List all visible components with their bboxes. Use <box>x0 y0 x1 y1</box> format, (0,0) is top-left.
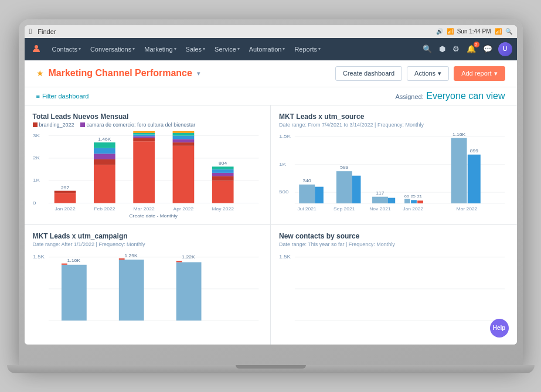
svg-point-0 <box>35 45 38 49</box>
favorite-star-icon[interactable]: ★ <box>36 69 44 78</box>
chat-icon[interactable]: 💬 <box>482 43 494 54</box>
svg-text:899: 899 <box>470 148 478 153</box>
svg-text:3K: 3K <box>33 132 40 138</box>
legend-item-branding: branding_2022 <box>33 122 74 128</box>
svg-rect-64 <box>404 199 410 203</box>
svg-text:May 2022: May 2022 <box>212 207 234 212</box>
hubspot-logo <box>29 42 43 56</box>
svg-rect-26 <box>133 131 155 132</box>
svg-text:Nov 2021: Nov 2021 <box>369 207 391 212</box>
svg-text:Feb 2022: Feb 2022 <box>94 207 115 212</box>
svg-rect-37 <box>212 180 233 203</box>
chart4-title: New contacts by source <box>279 232 509 240</box>
create-dashboard-button[interactable]: Create dashboard <box>335 66 402 81</box>
page-header: ★ Marketing Channel Performance ▾ Create… <box>25 60 517 87</box>
chart1-area: 3K 2K 1K 0 Count of contacts <box>33 130 263 220</box>
svg-rect-25 <box>133 132 155 134</box>
svg-rect-84 <box>118 258 124 260</box>
chevron-down-icon: ▾ <box>318 46 321 52</box>
legend-item-camara: camara de comercio: foro cultura del bie… <box>80 122 196 128</box>
svg-rect-56 <box>336 171 352 203</box>
chevron-down-icon: ▾ <box>237 46 240 52</box>
nav-automation[interactable]: Automation ▾ <box>245 43 290 55</box>
svg-rect-34 <box>172 131 194 132</box>
nav-reports[interactable]: Reports ▾ <box>290 43 325 55</box>
svg-text:297: 297 <box>60 185 69 190</box>
nav-marketing[interactable]: Marketing ▾ <box>140 43 180 55</box>
svg-text:Jan 2022: Jan 2022 <box>55 207 75 212</box>
chart1-legend: branding_2022 camara de comercio: foro c… <box>33 122 263 128</box>
svg-text:Mar 2022: Mar 2022 <box>133 207 154 212</box>
svg-rect-23 <box>133 136 155 138</box>
volume-icon: 🔊 <box>436 28 443 35</box>
chart4-area: 1.5K <box>279 251 509 340</box>
hs-navbar: Contacts ▾ Conversations ▾ Marketing ▾ S… <box>25 38 517 60</box>
svg-rect-17 <box>93 148 115 154</box>
svg-rect-41 <box>212 166 233 169</box>
user-avatar[interactable]: U <box>498 42 512 56</box>
notifications-icon[interactable]: 🔔 2 <box>465 43 477 54</box>
svg-text:1.5K: 1.5K <box>279 134 291 139</box>
bluetooth-icon: 📶 <box>447 28 454 35</box>
search-nav-icon[interactable]: 🔍 <box>421 43 433 54</box>
bar-may-2022: 804 May 2022 <box>212 161 234 212</box>
chart3-svg: 1.5K 1.16K 1.29K <box>33 251 263 340</box>
svg-rect-33 <box>172 132 194 135</box>
nav-conversations[interactable]: Conversations ▾ <box>86 43 139 55</box>
nav-sales[interactable]: Sales ▾ <box>182 43 210 55</box>
wifi-icon: 📶 <box>495 28 502 35</box>
svg-rect-38 <box>212 176 233 180</box>
svg-text:Mar 2022: Mar 2022 <box>456 207 477 212</box>
svg-rect-30 <box>172 142 194 146</box>
chart4-subtitle: Date range: This year so far | Frequency… <box>279 241 509 247</box>
svg-rect-40 <box>212 169 233 173</box>
nav-service[interactable]: Service ▾ <box>210 43 244 55</box>
help-button[interactable]: Help <box>490 319 509 338</box>
svg-rect-57 <box>352 175 361 203</box>
chart2-svg: 1.5K 1K 500 340 <box>279 131 509 220</box>
svg-text:Apr 2022: Apr 2022 <box>173 207 193 212</box>
chart2-area: 1.5K 1K 500 340 <box>279 131 509 220</box>
chart2-title: MKT Leads x utm_source <box>279 113 509 121</box>
bar-sep-2021: 589 Sep 2021 <box>334 165 360 212</box>
chevron-down-icon: ▾ <box>203 46 205 52</box>
svg-text:1K: 1K <box>279 161 286 166</box>
search-icon[interactable]: 🔍 <box>505 28 512 35</box>
svg-text:1.5K: 1.5K <box>33 254 45 259</box>
settings-icon[interactable]: ⚙ <box>451 43 461 54</box>
chart3-subtitle: Date range: After 1/1/2022 | Frequency: … <box>33 241 263 247</box>
chart4-svg: 1.5K <box>279 251 509 340</box>
actions-button[interactable]: Actions ▾ <box>407 66 449 81</box>
svg-rect-24 <box>133 134 155 136</box>
title-dropdown-icon[interactable]: ▾ <box>197 70 200 77</box>
svg-rect-71 <box>451 138 467 203</box>
svg-rect-10 <box>54 193 76 203</box>
svg-rect-61 <box>388 197 395 203</box>
filter-dashboard-link[interactable]: ≡ Filter dashboard <box>36 93 89 100</box>
chart1-title: Total Leads Nuevos Mensual <box>33 113 263 121</box>
svg-text:500: 500 <box>279 189 288 195</box>
svg-rect-39 <box>212 172 233 176</box>
svg-rect-80 <box>61 265 86 321</box>
add-report-button[interactable]: Add report ▾ <box>454 66 505 81</box>
bar-jan-2022: 297 Jan 2022 <box>54 185 76 211</box>
assigned-value[interactable]: Everyone can view <box>426 91 505 101</box>
svg-rect-83 <box>118 260 144 321</box>
chevron-down-icon: ▾ <box>79 46 81 52</box>
actions-chevron-icon: ▾ <box>438 70 441 77</box>
chart2-subtitle: Date range: From 7/4/2021 to 3/14/2022 |… <box>279 122 509 128</box>
svg-text:25: 25 <box>411 194 416 197</box>
nav-contacts[interactable]: Contacts ▾ <box>48 43 85 55</box>
apps-icon[interactable]: ⬢ <box>438 43 447 54</box>
svg-rect-66 <box>417 200 423 203</box>
svg-text:1.5K: 1.5K <box>279 254 291 259</box>
svg-text:1.22K: 1.22K <box>182 254 195 259</box>
bar-feb-2022: 1.46K Feb 2022 <box>93 137 115 212</box>
svg-text:1.46K: 1.46K <box>98 137 111 142</box>
svg-rect-22 <box>133 138 155 141</box>
svg-rect-11 <box>54 190 76 193</box>
svg-rect-31 <box>172 139 194 142</box>
svg-text:Sep 2021: Sep 2021 <box>334 207 355 212</box>
svg-text:0: 0 <box>33 200 36 205</box>
svg-text:2K: 2K <box>33 155 40 160</box>
